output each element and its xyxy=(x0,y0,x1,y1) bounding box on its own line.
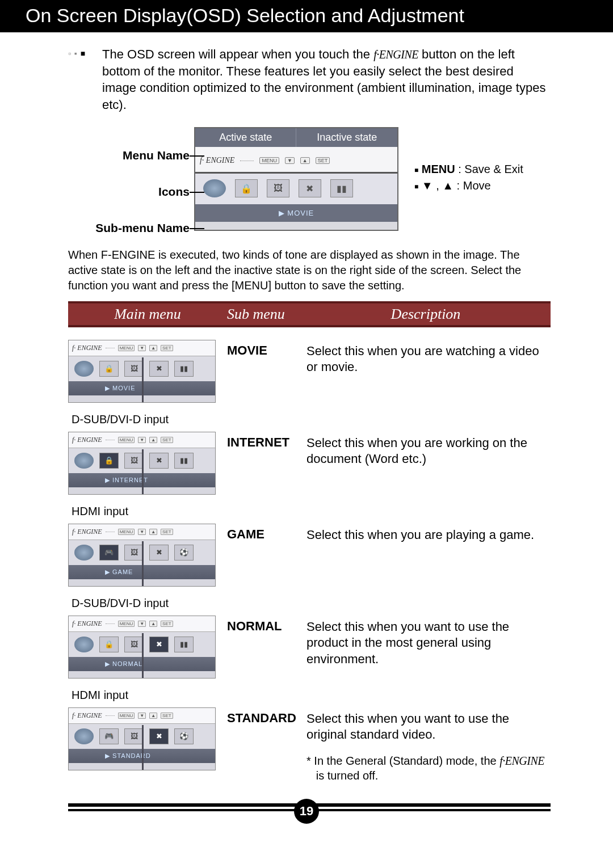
mini-btn: ▲ xyxy=(300,157,310,164)
fengine-label: f·f·ENGINEENGINE xyxy=(373,48,418,61)
osd-box: Active state Inactive state f· ENGINE ME… xyxy=(194,127,398,231)
mini-osd: f· ENGINE MENU ▼ ▲ SET 🔒 🖼 ✖ ▮▮ ▶ MOVIE xyxy=(68,340,216,403)
table-row: f· ENGINE MENU ▼ ▲ SET 🎮 🖼 ✖ ⚽ ▶ GAME GA… xyxy=(68,520,551,592)
input-type-label: D-SUB/DVI-D input xyxy=(72,597,551,610)
label-icons: Icons xyxy=(158,185,190,199)
description-cell: Select this when you want to use the pro… xyxy=(306,616,551,668)
x-icon: ✖ xyxy=(149,637,169,652)
mini-btn: ▲ xyxy=(149,713,157,719)
sub-menu-cell: GAME xyxy=(227,524,306,542)
input-type-label: HDMI input xyxy=(72,505,551,518)
mini-btn: MENU xyxy=(118,345,135,351)
triangle-down-icon xyxy=(422,179,433,192)
mini-osd: f· ENGINE MENU ▼ ▲ SET 🔒 🖼 ✖ ▮▮ ▶ NORMAL xyxy=(68,616,216,679)
mini-btn: ▼ xyxy=(138,713,146,719)
x-icon: ✖ xyxy=(299,179,321,197)
diagram-legend: ■ MENU : Save & Exit ■ , : Move xyxy=(398,163,523,196)
page-title-bar: On Screen Display(OSD) Selection and Adj… xyxy=(0,0,613,32)
submenu-text: ▶ NORMAL xyxy=(69,657,215,671)
main-menu-cell: f· ENGINE MENU ▼ ▲ SET 🔒 🖼 ✖ ▮▮ ▶ INTERN… xyxy=(68,432,227,495)
bars-icon: ▮▮ xyxy=(174,453,194,469)
x-icon: ✖ xyxy=(149,453,169,469)
page-content: ▫ ▪ ■ The OSD screen will appear when yo… xyxy=(0,46,613,789)
mini-osd: f· ENGINE MENU ▼ ▲ SET 🎮 🖼 ✖ ⚽ ▶ STANDAR… xyxy=(68,707,216,770)
footnote: * In the General (Standard) mode, the f·… xyxy=(306,753,551,783)
legend-menu-desc: : Save & Exit xyxy=(458,163,523,175)
globe-icon xyxy=(74,453,94,469)
inactive-state-label: Inactive state xyxy=(296,128,397,147)
mini-osd: f· ENGINE MENU ▼ ▲ SET 🔒 🖼 ✖ ▮▮ ▶ INTERN… xyxy=(68,432,216,495)
diagram-left-labels: Menu Name Icons Sub-menu Name xyxy=(95,124,194,235)
sub-menu-cell: NORMAL xyxy=(227,616,306,634)
blank-bar xyxy=(195,222,397,230)
sub-menu-cell: STANDARD xyxy=(227,707,306,726)
page-title: On Screen Display(OSD) Selection and Adj… xyxy=(26,5,464,26)
table-header: Main menu Sub menu Description xyxy=(68,301,551,327)
photo-icon: 🖼 xyxy=(124,361,144,377)
mini-btn: MENU xyxy=(118,621,135,627)
description-cell: Select this when you want to use the ori… xyxy=(306,707,551,783)
triangle-up-icon xyxy=(442,179,454,192)
mini-btn: SET xyxy=(161,437,173,443)
sport-icon: ⚽ xyxy=(174,728,194,744)
submenu-text: ▶ MOVIE xyxy=(69,381,215,395)
globe-icon xyxy=(74,545,94,561)
game-icon: 🎮 xyxy=(99,545,119,561)
description-cell: Select this when you are playing a game. xyxy=(306,524,551,543)
mini-btn: MENU xyxy=(118,437,135,443)
mini-btn: ▲ xyxy=(149,437,157,443)
engine-text: f· ENGINE xyxy=(72,620,102,628)
footnote-post: is turned off. xyxy=(313,769,378,782)
x-icon: ✖ xyxy=(149,545,169,561)
table-row: f· ENGINE MENU ▼ ▲ SET 🔒 🖼 ✖ ▮▮ ▶ MOVIE … xyxy=(68,327,551,408)
page-number: 19 xyxy=(294,799,319,824)
mini-btn: SET xyxy=(161,345,173,351)
engine-text: f· ENGINE xyxy=(72,528,102,536)
globe-icon xyxy=(74,728,94,744)
label-menu-name: Menu Name xyxy=(123,149,190,162)
mid-paragraph: When F-ENGINE is executed, two kinds of … xyxy=(68,247,551,293)
globe-icon xyxy=(203,179,226,197)
mini-btn: MENU xyxy=(118,529,135,535)
submenu-row: ▶ MOVIE xyxy=(195,204,397,222)
mini-btn: ▼ xyxy=(138,345,146,351)
legend-move-desc: : Move xyxy=(457,179,491,192)
mini-btn: SET xyxy=(161,713,173,719)
mini-osd: f· ENGINE MENU ▼ ▲ SET 🎮 🖼 ✖ ⚽ ▶ GAME xyxy=(68,524,216,587)
mini-btn: SET xyxy=(161,621,173,627)
main-menu-cell: f· ENGINE MENU ▼ ▲ SET 🎮 🖼 ✖ ⚽ ▶ GAME xyxy=(68,524,227,587)
active-state-label: Active state xyxy=(195,128,297,147)
table-row: f· ENGINE MENU ▼ ▲ SET 🔒 🖼 ✖ ▮▮ ▶ INTERN… xyxy=(68,428,551,500)
col-main-menu: Main menu xyxy=(68,304,227,325)
mini-btn: ▼ xyxy=(138,529,146,535)
photo-icon: 🖼 xyxy=(124,728,144,744)
mini-btn: MENU xyxy=(259,157,279,164)
photo-icon: 🖼 xyxy=(267,179,289,197)
mini-btn: ▼ xyxy=(285,157,295,164)
legend-menu-line: ■ MENU : Save & Exit xyxy=(414,163,523,176)
intro-bullet-icons: ▫ ▪ ■ xyxy=(68,48,86,59)
table-row: f· ENGINE MENU ▼ ▲ SET 🎮 🖼 ✖ ⚽ ▶ STANDAR… xyxy=(68,704,551,789)
main-menu-cell: f· ENGINE MENU ▼ ▲ SET 🔒 🖼 ✖ ▮▮ ▶ MOVIE xyxy=(68,340,227,403)
mini-btn: ▼ xyxy=(138,437,146,443)
input-type-label: HDMI input xyxy=(72,689,551,702)
intro-text-1: The OSD screen will appear when you touc… xyxy=(102,47,373,61)
sub-menu-cell: INTERNET xyxy=(227,432,306,450)
x-icon: ✖ xyxy=(149,361,169,377)
legend-move-line: ■ , : Move xyxy=(414,179,523,192)
lock-icon: 🔒 xyxy=(99,453,119,469)
icons-row: 🔒 🖼 ✖ ▮▮ xyxy=(195,174,397,204)
main-menu-cell: f· ENGINE MENU ▼ ▲ SET 🎮 🖼 ✖ ⚽ ▶ STANDAR… xyxy=(68,707,227,770)
sport-icon: ⚽ xyxy=(174,545,194,561)
description-cell: Select this when you are watching a vide… xyxy=(306,340,551,376)
engine-text: f· ENGINE xyxy=(72,344,102,352)
mini-btn: MENU xyxy=(118,713,135,719)
bars-icon: ▮▮ xyxy=(174,637,194,652)
mini-btn: ▼ xyxy=(138,621,146,627)
photo-icon: 🖼 xyxy=(124,545,144,561)
col-sub-menu: Sub menu xyxy=(227,304,301,325)
col-description: Description xyxy=(301,304,551,325)
mini-btn: ▲ xyxy=(149,529,157,535)
globe-icon xyxy=(74,361,94,377)
fengine-label: f·ENGINE xyxy=(499,755,544,767)
